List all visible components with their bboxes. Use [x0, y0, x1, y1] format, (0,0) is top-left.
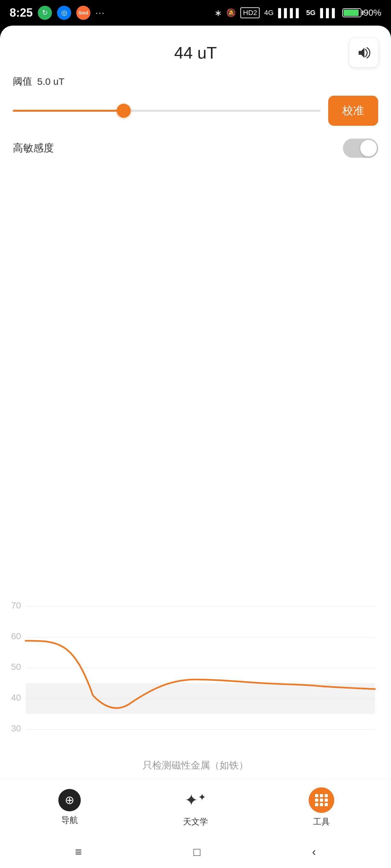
chart-note: 只检测磁性金属（如铁） — [9, 754, 381, 778]
threshold-value: 5.0 uT — [37, 76, 64, 87]
soul-icon: Soul — [76, 6, 90, 20]
system-nav-bar: ≡ □ ‹ — [0, 836, 391, 868]
threshold-row: 阈值 5.0 uT — [13, 75, 378, 88]
back-button[interactable]: ‹ — [312, 845, 316, 859]
nav-label-navigation: 导航 — [61, 814, 78, 826]
grid-icon — [309, 787, 334, 813]
hd2-badge: HD2 — [240, 7, 260, 18]
sensitivity-toggle[interactable] — [343, 138, 378, 158]
measurement-value: 44 uT — [135, 43, 256, 62]
chart-svg: 70 60 50 40 30 — [9, 600, 381, 754]
safari-icon: ◎ — [57, 6, 71, 20]
nav-label-tools: 工具 — [313, 816, 330, 827]
threshold-label: 阈值 — [13, 75, 32, 88]
svg-text:50: 50 — [11, 662, 21, 672]
signal-bars: ▌▌▌▌ — [278, 8, 302, 18]
calibrate-button[interactable]: 校准 — [328, 96, 378, 126]
status-time: 8:25 — [9, 6, 33, 20]
status-bar: 8:25 ↻ ◎ Soul ··· ∗ 🔕 HD2 4G ▌▌▌▌ 5G ▌▌▌… — [0, 0, 391, 26]
chart-wrapper: 70 60 50 40 30 — [9, 600, 381, 754]
battery-fill — [343, 9, 359, 16]
bluetooth-icon: ∗ — [215, 8, 222, 18]
sound-button[interactable] — [350, 38, 378, 67]
4g-badge: 4G — [264, 9, 273, 17]
measurement-row: 44 uT — [13, 38, 378, 67]
slider-container[interactable] — [13, 103, 320, 119]
mute-icon: 🔕 — [226, 8, 236, 17]
battery-bar — [342, 8, 362, 17]
nav-label-astronomy: 天文学 — [183, 816, 208, 827]
signal-bars-2: ▌▌▌ — [320, 8, 338, 18]
nav-item-navigation[interactable]: ⊕ 导航 — [6, 789, 132, 826]
svg-text:60: 60 — [11, 631, 21, 641]
sensitivity-row: 高敏感度 — [0, 132, 391, 164]
menu-button[interactable]: ≡ — [75, 845, 82, 859]
svg-text:40: 40 — [11, 692, 21, 703]
more-dots: ··· — [95, 8, 105, 18]
slider-calibrate-row: 校准 — [13, 96, 378, 126]
battery-percent: 90% — [363, 8, 381, 18]
bottom-nav: ⊕ 导航 ✦✦ 天文学 — [0, 778, 391, 836]
status-right: ∗ 🔕 HD2 4G ▌▌▌▌ 5G ▌▌▌ 90% — [215, 7, 381, 18]
nav-item-astronomy[interactable]: ✦✦ 天文学 — [132, 787, 258, 827]
sparkle-icon: ✦✦ — [183, 787, 208, 813]
sync-icon: ↻ — [38, 6, 52, 20]
compass-icon: ⊕ — [58, 789, 81, 811]
sensitivity-label: 高敏感度 — [13, 141, 54, 155]
chart-section: 70 60 50 40 30 只检测磁性金属（如铁） — [0, 600, 391, 778]
svg-text:30: 30 — [11, 723, 21, 733]
5g-badge: 5G — [306, 9, 315, 17]
slider-fill — [13, 110, 130, 112]
sound-icon — [357, 46, 371, 60]
battery-container: 90% — [342, 8, 381, 18]
top-section: 44 uT 阈值 5.0 uT — [0, 26, 391, 132]
nav-item-tools[interactable]: 工具 — [259, 787, 385, 827]
svg-text:70: 70 — [11, 600, 21, 610]
toggle-thumb — [360, 140, 377, 156]
home-button[interactable]: □ — [194, 845, 201, 859]
slider-track — [13, 110, 320, 112]
slider-thumb[interactable] — [117, 104, 131, 118]
app-container: 44 uT 阈值 5.0 uT — [0, 26, 391, 868]
middle-space — [0, 164, 391, 600]
